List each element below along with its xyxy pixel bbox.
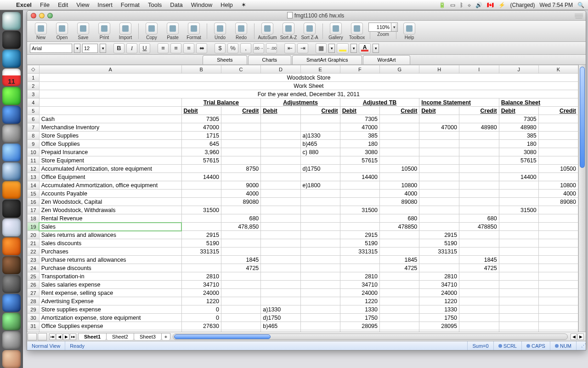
cell-B25[interactable]: 2810: [181, 272, 221, 281]
column-header-H[interactable]: H: [419, 65, 459, 74]
cell-B15[interactable]: [181, 190, 221, 198]
toolbar-grip-icon[interactable]: [575, 13, 583, 18]
cell-K31[interactable]: [538, 322, 578, 330]
cell-A7[interactable]: Merchandise Inventory: [39, 123, 181, 132]
cell-J27[interactable]: [499, 289, 538, 297]
sheet-nav-first[interactable]: ⏮: [49, 334, 56, 340]
cell-J30[interactable]: [499, 314, 538, 322]
sheet-tab-sheet1[interactable]: Sheet1: [78, 333, 107, 340]
clock[interactable]: Wed 7:54 PM: [540, 2, 573, 8]
cell-H6[interactable]: [419, 115, 459, 123]
fill-color-dropdown[interactable]: ▾: [351, 44, 357, 53]
cell-E14[interactable]: e)1800: [300, 181, 340, 190]
section-trial-balance[interactable]: Trial Balance: [181, 98, 261, 107]
cell-K21[interactable]: [538, 239, 578, 247]
cell-A15[interactable]: Accounts Payable: [39, 190, 181, 198]
spotlight-icon[interactable]: 🔍: [577, 2, 584, 8]
row-header-22[interactable]: 22: [28, 247, 40, 256]
cell-F11[interactable]: 57615: [340, 156, 379, 165]
cell-C27[interactable]: [221, 289, 260, 297]
font-color-dropdown[interactable]: ▾: [373, 44, 379, 53]
align-left-button[interactable]: ≡: [158, 43, 169, 53]
cell-F27[interactable]: 24000: [340, 289, 379, 297]
cell-G13[interactable]: [380, 173, 419, 181]
cell-H12[interactable]: [419, 165, 459, 173]
comma-button[interactable]: ,: [240, 43, 251, 53]
cell-B17[interactable]: 31500: [181, 206, 221, 214]
fill-color-button[interactable]: [337, 43, 349, 53]
menu-help[interactable]: Help: [216, 1, 237, 8]
row-header-18[interactable]: 18: [28, 214, 40, 223]
cell-D29[interactable]: a)1330: [261, 305, 300, 314]
cell-E22[interactable]: [300, 247, 340, 256]
menu-window[interactable]: Window: [187, 1, 216, 8]
cell-C10[interactable]: [221, 148, 260, 156]
cell-J11[interactable]: 57615: [499, 156, 538, 165]
cell-J19[interactable]: [499, 223, 538, 231]
menu-edit[interactable]: Edit: [54, 1, 72, 8]
cell-C17[interactable]: [221, 206, 260, 214]
cell-H19[interactable]: [419, 223, 459, 231]
row-header-13[interactable]: 13: [28, 173, 40, 181]
row-header-25[interactable]: 25: [28, 272, 40, 281]
cell-I6[interactable]: [459, 115, 499, 123]
cell-B26[interactable]: 34710: [181, 281, 221, 289]
app-menu[interactable]: Excel: [12, 1, 36, 8]
gallery-tab-sheets[interactable]: Sheets: [203, 55, 247, 64]
cell-F6[interactable]: 7305: [340, 115, 379, 123]
cell-K29[interactable]: [538, 305, 578, 314]
row-header-1[interactable]: 1: [28, 74, 40, 82]
percent-button[interactable]: %: [227, 43, 238, 53]
row-header-30[interactable]: 30: [28, 314, 40, 322]
row-header-8[interactable]: 8: [28, 132, 40, 140]
cell-D8[interactable]: [261, 132, 300, 140]
sheet-tab-sheet3[interactable]: Sheet3: [134, 333, 162, 340]
cell-H16[interactable]: [419, 198, 459, 206]
cell-J29[interactable]: [499, 305, 538, 314]
font-size-input[interactable]: [82, 44, 98, 53]
cell-G18[interactable]: 680: [380, 214, 419, 223]
cell-C14[interactable]: 9000: [221, 181, 260, 190]
cell-E11[interactable]: [300, 156, 340, 165]
cell-K9[interactable]: [538, 140, 578, 148]
bluetooth-icon[interactable]: ᛒ: [460, 2, 463, 8]
cell-B20[interactable]: 2915: [181, 231, 221, 239]
cell-J24[interactable]: [499, 264, 538, 272]
cell-A27[interactable]: Rent expense, selling space: [39, 289, 181, 297]
cell-F24[interactable]: [340, 264, 379, 272]
cell-E29[interactable]: [300, 305, 340, 314]
cell-F32[interactable]: 3000: [340, 330, 379, 332]
cell-B12[interactable]: [181, 165, 221, 173]
cell-D16[interactable]: [261, 198, 300, 206]
debit-header[interactable]: Debit: [499, 107, 538, 115]
worksheet-grid[interactable]: ◇ABCDEFGHIJK1Woodstock Store2Work Sheet3…: [27, 65, 578, 332]
cell-I10[interactable]: [459, 148, 499, 156]
sort-z-a-button[interactable]: Sort Z-A: [300, 22, 320, 41]
cell-E31[interactable]: [300, 322, 340, 330]
dock-app-calendar[interactable]: 11: [2, 69, 21, 86]
row-header-16[interactable]: 16: [28, 198, 40, 206]
cell-C29[interactable]: [221, 305, 260, 314]
cell-A12[interactable]: Accumulated Amortization, store equipmen…: [39, 165, 181, 173]
cell-E18[interactable]: [300, 214, 340, 223]
cell-F19[interactable]: [340, 223, 379, 231]
menu-file[interactable]: File: [36, 1, 54, 8]
cell-I8[interactable]: [459, 132, 499, 140]
row-header-14[interactable]: 14: [28, 181, 40, 190]
dock-app-preview[interactable]: [2, 218, 21, 236]
credit-header[interactable]: Credit: [300, 107, 340, 115]
cell-J18[interactable]: [499, 214, 538, 223]
cell-J6[interactable]: 7305: [499, 115, 538, 123]
row-header-19[interactable]: 19: [28, 223, 40, 231]
credit-header[interactable]: Credit: [459, 107, 499, 115]
dock-app-folder[interactable]: [2, 331, 21, 349]
row-header-27[interactable]: 27: [28, 289, 40, 297]
dock-app-vlc[interactable]: [2, 181, 21, 199]
decrease-indent-button[interactable]: ⇤: [284, 43, 295, 53]
debit-header[interactable]: Debit: [419, 107, 459, 115]
cell-G25[interactable]: [380, 272, 419, 281]
cell-D20[interactable]: [261, 231, 300, 239]
row-header-2[interactable]: 2: [28, 82, 40, 90]
cell-E9[interactable]: b)465: [300, 140, 340, 148]
cell-B13[interactable]: 14400: [181, 173, 221, 181]
